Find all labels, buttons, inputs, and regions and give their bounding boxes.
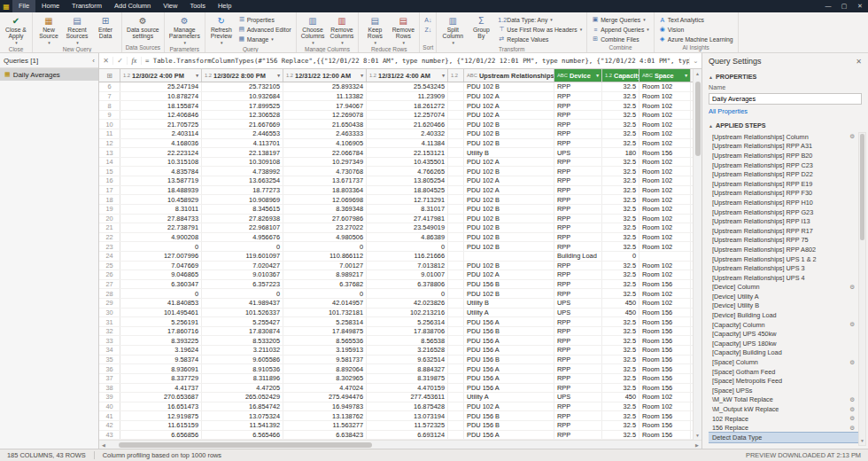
grid-cell[interactable]: 6.656856 — [120, 431, 202, 440]
grid-cell[interactable]: 7.00127 — [283, 262, 367, 270]
grid-cell[interactable]: 12.713291 — [367, 195, 448, 204]
grid-cell[interactable]: PDU 102 B — [464, 215, 554, 223]
grid-cell[interactable]: PDU 156 B — [464, 280, 554, 289]
grid-cell[interactable]: 21.705725 — [120, 120, 202, 129]
applied-step-device-building-load[interactable]: [Device] Building Load — [709, 310, 858, 320]
grid-cell[interactable]: Room 102 — [639, 120, 691, 129]
grid-cell[interactable]: 17.860716 — [120, 327, 202, 336]
grid-cell[interactable]: 11.23909 — [367, 92, 448, 101]
grid-cell[interactable]: 6.37682 — [283, 280, 367, 289]
gear-icon[interactable]: ⚙ — [847, 133, 855, 140]
grid-cell[interactable]: PDU 156 B — [464, 421, 554, 430]
menu-home[interactable]: Home — [35, 0, 66, 12]
row-number[interactable]: 43 — [99, 431, 120, 440]
grid-cell[interactable]: 32.5 — [602, 101, 639, 110]
refresh-preview-button[interactable]: ↻Refresh Preview▾ — [208, 14, 235, 46]
keep-rows-button[interactable]: ▤Keep Rows▾ — [361, 14, 388, 46]
grid-cell[interactable]: Room 156 — [639, 317, 691, 326]
grid-cell[interactable]: 10.315108 — [120, 158, 202, 167]
grid-cell[interactable]: PDU 102 B — [464, 223, 554, 232]
menu-tools[interactable]: Tools — [183, 0, 212, 12]
grid-cell[interactable] — [448, 309, 464, 317]
row-number[interactable]: 12 — [99, 139, 120, 148]
all-properties-link[interactable]: All Properties — [702, 106, 868, 118]
grid-cell[interactable]: 0 — [120, 242, 202, 251]
grid-cell[interactable]: 0 — [367, 242, 448, 251]
menu-help[interactable]: Help — [212, 0, 237, 12]
grid-cell[interactable]: 18.261272 — [367, 101, 448, 110]
applied-step-upstream-relationships-rpp-d22[interactable]: [Upstream Relationships] RPP D22 — [709, 169, 858, 179]
grid-cell[interactable]: 32.5 — [602, 242, 639, 251]
grid-cell[interactable]: 6.693124 — [367, 431, 448, 440]
grid-cell[interactable] — [448, 289, 464, 298]
grid-cell[interactable]: 8.989217 — [283, 270, 367, 279]
grid-cell[interactable]: RPP — [554, 223, 602, 232]
split-column-button[interactable]: ▥Split Column▾ — [439, 14, 466, 46]
grid-cell[interactable]: 12.406846 — [120, 111, 202, 120]
grid-cell[interactable]: 4.835784 — [120, 167, 202, 176]
grid-cell[interactable]: Room 156 — [639, 280, 691, 289]
row-number[interactable]: 30 — [99, 309, 120, 317]
scroll-up-icon[interactable]: ▲ — [694, 69, 702, 78]
grid-cell[interactable]: Room 102 — [639, 186, 691, 195]
steps-scroll-down-icon[interactable]: ▼ — [858, 436, 867, 445]
grid-cell[interactable]: RPP — [554, 384, 602, 393]
grid-cell[interactable]: 3.19624 — [120, 346, 202, 355]
column-header-12-30-22-4-00-pm[interactable]: 1.212/30/22 4:00 PM▾ — [120, 69, 202, 82]
grid-cell[interactable]: 9.632514 — [367, 356, 448, 364]
menu-add-column[interactable]: Add Column — [108, 0, 157, 12]
grid-cell[interactable]: 4.41737 — [120, 384, 202, 393]
grid-cell[interactable] — [464, 252, 554, 261]
grid-cell[interactable]: 275.494476 — [283, 393, 367, 402]
grid-cell[interactable]: Utility A — [464, 393, 554, 402]
filter-dropdown-icon[interactable]: ▾ — [277, 73, 280, 78]
grid-cell[interactable]: 8.337729 — [120, 374, 202, 383]
grid-cell[interactable]: 32.5 — [602, 233, 639, 242]
grid-cell[interactable] — [639, 252, 691, 261]
column-header-narrow[interactable]: 1.2 — [448, 69, 464, 82]
grid-cell[interactable]: 16.949783 — [283, 402, 367, 411]
grid-cell[interactable] — [448, 384, 464, 393]
grid-cell[interactable]: UPS — [554, 309, 602, 317]
grid-cell[interactable]: 4.980506 — [283, 233, 367, 242]
row-number[interactable]: 24 — [99, 252, 120, 261]
grid-cell[interactable]: RPP — [554, 176, 602, 185]
applied-step-upstream-relationships-rpp-75[interactable]: [Upstream Relationships] RPP 75 — [709, 236, 858, 246]
row-number[interactable]: 39 — [99, 393, 120, 402]
grid-cell[interactable]: 22.138197 — [202, 148, 283, 157]
grid-cell[interactable]: 13.805254 — [367, 176, 448, 185]
grid-cell[interactable]: 4.900208 — [120, 233, 202, 242]
grid-cell[interactable]: RPP — [554, 374, 602, 383]
grid-cell[interactable]: 8.345615 — [202, 205, 283, 214]
row-number[interactable]: 14 — [99, 158, 120, 167]
grid-cell[interactable]: RPP — [554, 139, 602, 148]
grid-cell[interactable] — [448, 176, 464, 185]
grid-cell[interactable]: RPP — [554, 205, 602, 214]
grid-cell[interactable]: 0 — [283, 289, 367, 298]
grid-cell[interactable]: 0 — [202, 289, 283, 298]
column-header-12-31-22-4-00-am[interactable]: 1.212/31/22 4:00 AM▾ — [367, 69, 448, 82]
grid-cell[interactable]: 119.601097 — [202, 252, 283, 261]
filter-dropdown-icon[interactable]: ▾ — [442, 73, 445, 78]
row-number[interactable]: 37 — [99, 374, 120, 383]
grid-cell[interactable]: 6.565466 — [202, 431, 283, 440]
grid-cell[interactable]: 32.5 — [602, 280, 639, 289]
grid-cell[interactable]: 5.256314 — [367, 317, 448, 326]
grid-cell[interactable]: 11.541392 — [202, 421, 283, 430]
grid-cell[interactable]: 32.5 — [602, 270, 639, 279]
grid-cell[interactable]: 13.073194 — [367, 411, 448, 420]
grid-cell[interactable]: 32.5 — [602, 120, 639, 129]
grid-cell[interactable]: RPP — [554, 186, 602, 195]
grid-cell[interactable]: 32.5 — [602, 111, 639, 120]
grid-cell[interactable]: 5.256191 — [120, 317, 202, 326]
filter-dropdown-icon[interactable]: ▾ — [196, 73, 198, 78]
applied-step-m-kw-total-replace[interactable]: \M_kW Total Replace⚙ — [709, 395, 858, 405]
group-by-button[interactable]: ΣGroup By — [468, 14, 494, 46]
grid-cell[interactable]: RPP — [554, 402, 602, 411]
grid-cell[interactable]: UPS — [554, 393, 602, 402]
filter-dropdown-icon[interactable]: ▾ — [360, 73, 363, 78]
grid-cell[interactable]: RPP — [554, 167, 602, 176]
grid-cell[interactable]: Room 156 — [639, 148, 691, 157]
grid-cell[interactable]: 9.01007 — [367, 270, 448, 279]
grid-cell[interactable] — [448, 120, 464, 129]
